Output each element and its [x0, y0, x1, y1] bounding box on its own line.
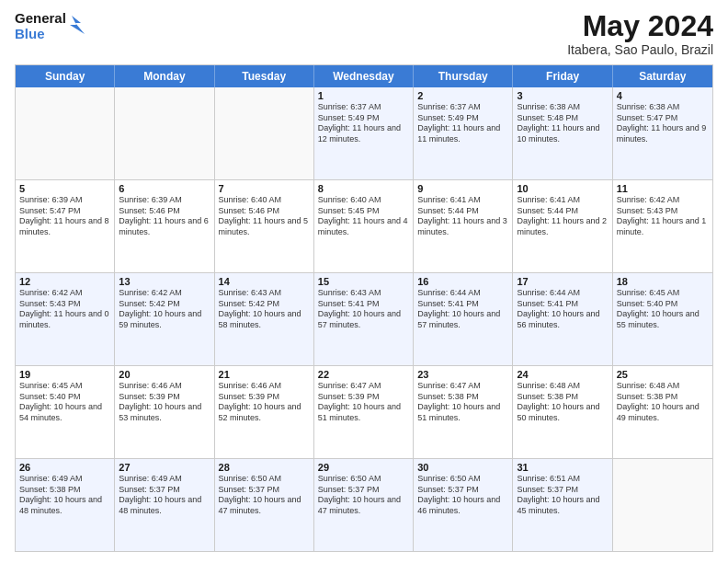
table-row: 12Sunrise: 6:42 AM Sunset: 5:43 PM Dayli…: [16, 273, 115, 365]
day-number: 31: [517, 462, 608, 473]
day-number: 21: [219, 369, 310, 380]
table-row: 11Sunrise: 6:42 AM Sunset: 5:43 PM Dayli…: [613, 180, 712, 272]
weekday-header: Sunday: [16, 65, 115, 87]
table-row: 25Sunrise: 6:48 AM Sunset: 5:38 PM Dayli…: [613, 366, 712, 458]
day-number: 7: [219, 183, 310, 194]
day-info: Sunrise: 6:49 AM Sunset: 5:37 PM Dayligh…: [119, 474, 210, 517]
day-info: Sunrise: 6:41 AM Sunset: 5:44 PM Dayligh…: [517, 195, 608, 238]
table-row: [215, 87, 314, 179]
location: Itabera, Sao Paulo, Brazil: [567, 42, 713, 57]
day-number: 18: [617, 276, 709, 287]
table-row: 8Sunrise: 6:40 AM Sunset: 5:45 PM Daylig…: [314, 180, 414, 272]
day-number: 20: [119, 369, 210, 380]
calendar-row: 5Sunrise: 6:39 AM Sunset: 5:47 PM Daylig…: [16, 180, 712, 273]
table-row: 19Sunrise: 6:45 AM Sunset: 5:40 PM Dayli…: [16, 366, 115, 458]
day-info: Sunrise: 6:45 AM Sunset: 5:40 PM Dayligh…: [617, 288, 709, 331]
day-info: Sunrise: 6:48 AM Sunset: 5:38 PM Dayligh…: [517, 381, 608, 424]
table-row: [16, 87, 115, 179]
table-row: 7Sunrise: 6:40 AM Sunset: 5:46 PM Daylig…: [215, 180, 314, 272]
day-info: Sunrise: 6:40 AM Sunset: 5:45 PM Dayligh…: [318, 195, 409, 238]
day-number: 10: [517, 183, 608, 194]
day-number: 6: [119, 183, 210, 194]
day-info: Sunrise: 6:41 AM Sunset: 5:44 PM Dayligh…: [417, 195, 508, 238]
table-row: 20Sunrise: 6:46 AM Sunset: 5:39 PM Dayli…: [115, 366, 214, 458]
day-number: 5: [19, 183, 110, 194]
table-row: 22Sunrise: 6:47 AM Sunset: 5:39 PM Dayli…: [314, 366, 414, 458]
table-row: 15Sunrise: 6:43 AM Sunset: 5:41 PM Dayli…: [314, 273, 414, 365]
table-row: 23Sunrise: 6:47 AM Sunset: 5:38 PM Dayli…: [414, 366, 513, 458]
calendar-row: 12Sunrise: 6:42 AM Sunset: 5:43 PM Dayli…: [16, 273, 712, 366]
svg-marker-0: [70, 16, 85, 34]
weekday-header: Monday: [115, 65, 214, 87]
page: General Blue May 2024 Itabera, Sao Paulo…: [0, 0, 728, 563]
day-info: Sunrise: 6:38 AM Sunset: 5:47 PM Dayligh…: [617, 102, 709, 145]
day-info: Sunrise: 6:50 AM Sunset: 5:37 PM Dayligh…: [318, 474, 409, 517]
day-info: Sunrise: 6:42 AM Sunset: 5:43 PM Dayligh…: [617, 195, 709, 238]
day-info: Sunrise: 6:46 AM Sunset: 5:39 PM Dayligh…: [219, 381, 310, 424]
table-row: 31Sunrise: 6:51 AM Sunset: 5:37 PM Dayli…: [513, 459, 612, 551]
day-number: 4: [617, 90, 709, 101]
day-info: Sunrise: 6:45 AM Sunset: 5:40 PM Dayligh…: [19, 381, 110, 424]
logo-arrow-icon: [68, 14, 86, 40]
day-number: 16: [417, 276, 508, 287]
day-info: Sunrise: 6:49 AM Sunset: 5:38 PM Dayligh…: [19, 474, 110, 517]
header: General Blue May 2024 Itabera, Sao Paulo…: [15, 11, 713, 57]
weekday-header: Tuesday: [215, 65, 314, 87]
day-info: Sunrise: 6:43 AM Sunset: 5:41 PM Dayligh…: [318, 288, 409, 331]
table-row: 28Sunrise: 6:50 AM Sunset: 5:37 PM Dayli…: [215, 459, 314, 551]
day-number: 1: [318, 90, 409, 101]
day-info: Sunrise: 6:50 AM Sunset: 5:37 PM Dayligh…: [417, 474, 508, 517]
day-number: 9: [417, 183, 508, 194]
day-number: 19: [19, 369, 110, 380]
table-row: 2Sunrise: 6:37 AM Sunset: 5:49 PM Daylig…: [414, 87, 513, 179]
day-number: 22: [318, 369, 409, 380]
day-info: Sunrise: 6:39 AM Sunset: 5:47 PM Dayligh…: [19, 195, 110, 238]
day-number: 13: [119, 276, 210, 287]
day-number: 27: [119, 462, 210, 473]
day-number: 28: [219, 462, 310, 473]
day-number: 30: [417, 462, 508, 473]
day-info: Sunrise: 6:37 AM Sunset: 5:49 PM Dayligh…: [417, 102, 508, 145]
title-block: May 2024 Itabera, Sao Paulo, Brazil: [567, 11, 713, 57]
day-info: Sunrise: 6:46 AM Sunset: 5:39 PM Dayligh…: [119, 381, 210, 424]
calendar-row: 26Sunrise: 6:49 AM Sunset: 5:38 PM Dayli…: [16, 459, 712, 551]
day-info: Sunrise: 6:47 AM Sunset: 5:39 PM Dayligh…: [318, 381, 409, 424]
day-number: 25: [617, 369, 709, 380]
day-number: 15: [318, 276, 409, 287]
table-row: 16Sunrise: 6:44 AM Sunset: 5:41 PM Dayli…: [414, 273, 513, 365]
calendar-row: 1Sunrise: 6:37 AM Sunset: 5:49 PM Daylig…: [16, 87, 712, 180]
day-info: Sunrise: 6:50 AM Sunset: 5:37 PM Dayligh…: [219, 474, 310, 517]
table-row: 30Sunrise: 6:50 AM Sunset: 5:37 PM Dayli…: [414, 459, 513, 551]
day-info: Sunrise: 6:48 AM Sunset: 5:38 PM Dayligh…: [617, 381, 709, 424]
logo-blue: Blue: [15, 27, 66, 42]
day-info: Sunrise: 6:51 AM Sunset: 5:37 PM Dayligh…: [517, 474, 608, 517]
table-row: 27Sunrise: 6:49 AM Sunset: 5:37 PM Dayli…: [115, 459, 214, 551]
day-number: 17: [517, 276, 608, 287]
day-number: 24: [517, 369, 608, 380]
logo: General Blue: [15, 11, 86, 41]
table-row: 29Sunrise: 6:50 AM Sunset: 5:37 PM Dayli…: [314, 459, 414, 551]
table-row: [115, 87, 214, 179]
day-info: Sunrise: 6:44 AM Sunset: 5:41 PM Dayligh…: [417, 288, 508, 331]
weekday-header: Saturday: [613, 65, 712, 87]
weekday-header: Thursday: [414, 65, 513, 87]
month-year: May 2024: [567, 11, 713, 40]
day-number: 26: [19, 462, 110, 473]
table-row: 9Sunrise: 6:41 AM Sunset: 5:44 PM Daylig…: [414, 180, 513, 272]
day-info: Sunrise: 6:43 AM Sunset: 5:42 PM Dayligh…: [219, 288, 310, 331]
day-number: 2: [417, 90, 508, 101]
table-row: [613, 459, 712, 551]
table-row: 6Sunrise: 6:39 AM Sunset: 5:46 PM Daylig…: [115, 180, 214, 272]
table-row: 17Sunrise: 6:44 AM Sunset: 5:41 PM Dayli…: [513, 273, 612, 365]
day-info: Sunrise: 6:44 AM Sunset: 5:41 PM Dayligh…: [517, 288, 608, 331]
day-number: 8: [318, 183, 409, 194]
calendar: SundayMondayTuesdayWednesdayThursdayFrid…: [15, 64, 713, 552]
table-row: 18Sunrise: 6:45 AM Sunset: 5:40 PM Dayli…: [613, 273, 712, 365]
day-info: Sunrise: 6:39 AM Sunset: 5:46 PM Dayligh…: [119, 195, 210, 238]
calendar-body: 1Sunrise: 6:37 AM Sunset: 5:49 PM Daylig…: [16, 87, 712, 551]
table-row: 3Sunrise: 6:38 AM Sunset: 5:48 PM Daylig…: [513, 87, 612, 179]
calendar-row: 19Sunrise: 6:45 AM Sunset: 5:40 PM Dayli…: [16, 366, 712, 459]
day-number: 11: [617, 183, 709, 194]
day-number: 14: [219, 276, 310, 287]
table-row: 4Sunrise: 6:38 AM Sunset: 5:47 PM Daylig…: [613, 87, 712, 179]
